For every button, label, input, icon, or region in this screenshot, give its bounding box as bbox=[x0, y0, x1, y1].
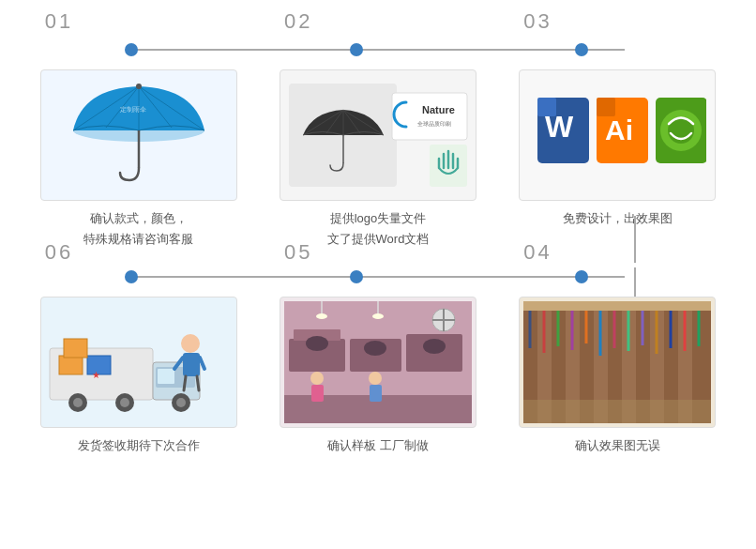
image-box-05 bbox=[280, 297, 476, 428]
svg-point-54 bbox=[364, 341, 386, 356]
svg-line-46 bbox=[184, 376, 186, 390]
confirm-svg bbox=[523, 301, 711, 423]
step-02-cell: Nature 全球品质印刷 提供logo失量文件 文了提供Word文档 bbox=[270, 69, 486, 250]
dot-04 bbox=[575, 270, 588, 283]
delivery-svg: ★ bbox=[45, 301, 233, 423]
step-03-desc: 免费设计，出效果图 bbox=[563, 208, 673, 229]
dot-03 bbox=[575, 43, 588, 56]
step-number-05: 05 bbox=[284, 240, 312, 264]
step-05-cell: 确认样板 工厂制做 bbox=[270, 297, 486, 456]
svg-point-34 bbox=[73, 398, 83, 407]
svg-text:Nature: Nature bbox=[422, 104, 455, 115]
svg-rect-25 bbox=[597, 98, 615, 116]
svg-rect-61 bbox=[370, 385, 382, 402]
bottom-row: 06 05 04 bbox=[19, 268, 737, 456]
svg-point-38 bbox=[176, 398, 186, 407]
image-box-02: Nature 全球品质印刷 bbox=[280, 69, 476, 201]
svg-rect-22 bbox=[537, 98, 556, 116]
svg-point-36 bbox=[120, 398, 129, 407]
svg-rect-32 bbox=[158, 369, 174, 384]
svg-text:全球品质印刷: 全球品质印刷 bbox=[417, 121, 451, 127]
image-box-03: W Ai bbox=[519, 69, 716, 201]
umbrella-svg: 定制雨伞 bbox=[54, 79, 223, 191]
svg-point-42 bbox=[181, 334, 200, 353]
step-number-04: 04 bbox=[523, 240, 552, 264]
dot-02 bbox=[350, 43, 363, 56]
step-04-desc: 确认效果图无误 bbox=[575, 435, 660, 456]
svg-rect-41 bbox=[64, 339, 87, 358]
top-row: 01 02 03 bbox=[19, 9, 737, 250]
svg-rect-39 bbox=[59, 356, 83, 374]
dot-06 bbox=[125, 270, 138, 283]
step-04-cell: 确认效果图无误 bbox=[509, 297, 725, 456]
svg-point-56 bbox=[423, 339, 446, 354]
step-number-03: 03 bbox=[523, 9, 552, 33]
logo-svg: Nature 全球品质印刷 bbox=[284, 74, 472, 196]
step-05-desc: 确认样板 工厂制做 bbox=[327, 435, 429, 456]
svg-rect-16 bbox=[392, 93, 467, 140]
workflow-container: 01 02 03 bbox=[0, 0, 756, 549]
right-v-connector bbox=[634, 216, 636, 263]
svg-line-45 bbox=[200, 358, 204, 369]
step-06-desc: 发货签收期待下次合作 bbox=[78, 435, 200, 456]
svg-point-68 bbox=[372, 313, 384, 319]
svg-point-52 bbox=[306, 336, 328, 351]
svg-point-58 bbox=[310, 372, 324, 385]
svg-point-7 bbox=[136, 84, 142, 89]
dot-05 bbox=[350, 270, 363, 283]
step-number-02: 02 bbox=[284, 9, 312, 33]
step-number-01: 01 bbox=[45, 9, 73, 33]
step-number-06: 06 bbox=[45, 240, 73, 264]
svg-rect-96 bbox=[523, 400, 711, 423]
svg-point-66 bbox=[316, 313, 327, 319]
svg-text:Ai: Ai bbox=[605, 114, 633, 145]
image-box-04 bbox=[519, 297, 716, 428]
svg-text:★: ★ bbox=[92, 370, 100, 380]
svg-text:定制雨伞: 定制雨伞 bbox=[120, 106, 146, 113]
dot-01 bbox=[125, 43, 138, 56]
image-box-06: ★ bbox=[40, 297, 237, 428]
step-03-cell: W Ai 免费设计，出效果图 bbox=[509, 69, 725, 250]
factory-svg bbox=[284, 301, 472, 423]
image-box-01: 定制雨伞 bbox=[40, 69, 237, 201]
svg-line-47 bbox=[197, 376, 199, 390]
svg-rect-43 bbox=[183, 353, 200, 376]
svg-rect-59 bbox=[311, 385, 324, 402]
design-svg: W Ai bbox=[528, 79, 706, 191]
step-01-cell: 定制雨伞 确认款式，颜色， 特殊规格请咨询客服 bbox=[31, 69, 247, 250]
svg-point-60 bbox=[369, 372, 382, 385]
step-06-cell: ★ 发货签收期待下次合作 bbox=[31, 297, 247, 456]
